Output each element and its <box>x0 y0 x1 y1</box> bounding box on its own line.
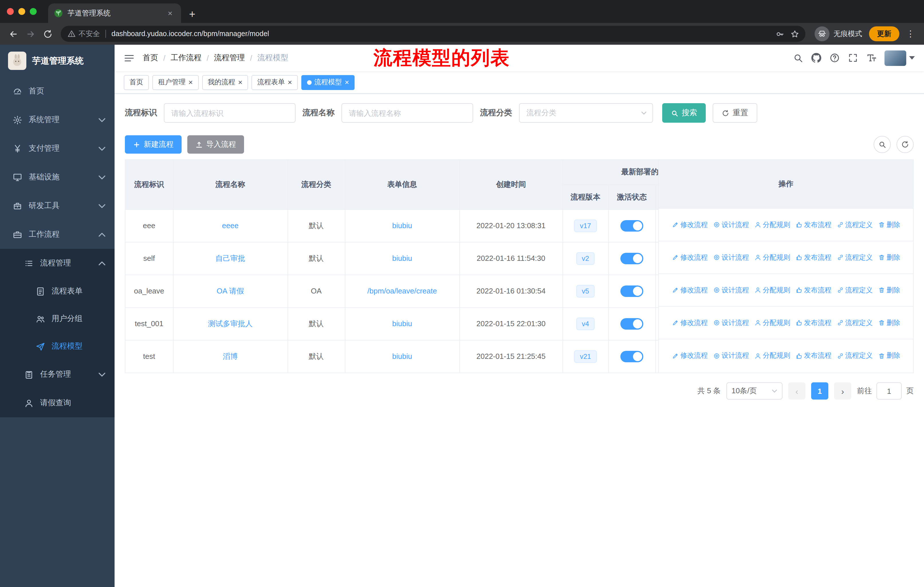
sidebar-item-1[interactable]: 首页 <box>0 77 115 106</box>
active-toggle[interactable] <box>620 318 643 329</box>
new-tab-button[interactable]: + <box>189 8 195 20</box>
design-process-link[interactable]: 设计流程 <box>713 220 749 230</box>
cell-process-name-link[interactable]: 滔博 <box>173 340 287 373</box>
cell-form-info-link[interactable]: biubiu <box>345 307 459 340</box>
publish-process-link[interactable]: 发布流程 <box>795 253 832 262</box>
active-toggle[interactable] <box>620 285 643 297</box>
tag-close-icon[interactable]: × <box>238 79 242 86</box>
cell-process-name-link[interactable]: 测试多审批人 <box>173 307 287 340</box>
prev-page-button[interactable]: ‹ <box>788 382 805 400</box>
toggle-search-icon[interactable] <box>874 136 891 153</box>
publish-process-link[interactable]: 发布流程 <box>795 318 832 327</box>
edit-process-link[interactable]: 修改流程 <box>672 318 708 327</box>
search-icon[interactable] <box>793 53 803 63</box>
font-size-icon[interactable] <box>866 53 876 63</box>
assign-process-link[interactable]: 分配规则 <box>754 351 790 360</box>
search-button[interactable]: 搜索 <box>662 103 706 123</box>
sidebar-item-5[interactable]: 研发工具 <box>0 192 115 220</box>
tag-close-icon[interactable]: × <box>188 79 193 86</box>
sidebar-item-7[interactable]: 流程管理 <box>0 249 115 278</box>
edit-process-link[interactable]: 修改流程 <box>672 253 708 262</box>
zoom-window-button[interactable] <box>30 8 37 15</box>
active-toggle[interactable] <box>620 253 643 264</box>
trash-process-link[interactable]: 删除 <box>878 351 900 360</box>
sidebar-item-6[interactable]: 工作流程 <box>0 220 115 249</box>
reload-icon[interactable] <box>39 25 56 42</box>
trash-process-link[interactable]: 删除 <box>878 285 900 295</box>
password-key-icon[interactable] <box>772 26 787 41</box>
definition-process-link[interactable]: 流程定义 <box>837 318 873 327</box>
edit-process-link[interactable]: 修改流程 <box>672 220 708 230</box>
url-bar[interactable]: 不安全 dashboard.yudao.iocoder.cn/bpm/manag… <box>61 26 805 42</box>
definition-process-link[interactable]: 流程定义 <box>837 220 873 230</box>
cell-form-info-link[interactable]: biubiu <box>345 242 459 274</box>
sidebar-item-12[interactable]: 请假查询 <box>0 389 115 417</box>
view-tag-1[interactable]: 首页 <box>124 75 149 90</box>
hamburger-icon[interactable] <box>124 53 135 63</box>
close-window-button[interactable] <box>7 8 14 15</box>
publish-process-link[interactable]: 发布流程 <box>795 220 832 230</box>
category-select[interactable]: 流程分类 <box>519 103 653 123</box>
sidebar-item-9[interactable]: 用户分组 <box>0 305 115 332</box>
view-tag-4[interactable]: 流程表单 × <box>251 75 298 90</box>
design-process-link[interactable]: 设计流程 <box>713 285 749 295</box>
url-text[interactable]: dashboard.yudao.iocoder.cn/bpm/manager/m… <box>111 30 269 38</box>
assign-process-link[interactable]: 分配规则 <box>754 285 790 295</box>
cell-form-info-link[interactable]: biubiu <box>345 340 459 373</box>
tag-close-icon[interactable]: × <box>287 79 292 86</box>
user-avatar[interactable] <box>884 50 915 66</box>
design-process-link[interactable]: 设计流程 <box>713 318 749 327</box>
help-icon[interactable] <box>830 53 840 63</box>
sidebar-item-8[interactable]: 流程表单 <box>0 278 115 305</box>
sidebar-item-4[interactable]: 基础设施 <box>0 163 115 192</box>
design-process-link[interactable]: 设计流程 <box>713 253 749 262</box>
active-toggle[interactable] <box>620 220 643 231</box>
assign-process-link[interactable]: 分配规则 <box>754 253 790 262</box>
cell-form-info-link[interactable]: /bpm/oa/leave/create <box>345 274 459 307</box>
view-tag-2[interactable]: 租户管理 × <box>152 75 198 90</box>
breadcrumb-item-3[interactable]: 流程管理 <box>214 53 245 63</box>
browser-menu-icon[interactable]: ⋮ <box>906 29 915 39</box>
sidebar-item-3[interactable]: 支付管理 <box>0 134 115 163</box>
sidebar-item-2[interactable]: 系统管理 <box>0 106 115 134</box>
design-process-link[interactable]: 设计流程 <box>713 351 749 360</box>
cell-form-info-link[interactable]: biubiu <box>345 209 459 242</box>
sidebar-logo[interactable]: 芋道管理系统 <box>0 45 115 77</box>
breadcrumb-item-1[interactable]: 首页 <box>143 53 158 63</box>
definition-process-link[interactable]: 流程定义 <box>837 253 873 262</box>
page-size-select[interactable]: 10条/页 <box>726 382 782 400</box>
next-page-button[interactable]: › <box>834 382 851 400</box>
page-number-1[interactable]: 1 <box>811 382 828 400</box>
bookmark-star-icon[interactable] <box>787 26 802 41</box>
process-name-input[interactable] <box>342 103 473 123</box>
minimize-window-button[interactable] <box>18 8 25 15</box>
cell-process-name-link[interactable]: eeee <box>173 209 287 242</box>
assign-process-link[interactable]: 分配规则 <box>754 220 790 230</box>
github-icon[interactable] <box>811 53 822 63</box>
definition-process-link[interactable]: 流程定义 <box>837 285 873 295</box>
tag-close-icon[interactable]: × <box>345 79 349 86</box>
sidebar-item-11[interactable]: 任务管理 <box>0 360 115 389</box>
forward-icon[interactable] <box>22 25 39 42</box>
breadcrumb-item-2[interactable]: 工作流程 <box>171 53 201 63</box>
assign-process-link[interactable]: 分配规则 <box>754 318 790 327</box>
edit-process-link[interactable]: 修改流程 <box>672 285 708 295</box>
cell-process-name-link[interactable]: OA 请假 <box>173 274 287 307</box>
publish-process-link[interactable]: 发布流程 <box>795 351 832 360</box>
create-process-button[interactable]: 新建流程 <box>125 135 182 154</box>
import-process-button[interactable]: 导入流程 <box>187 135 244 154</box>
publish-process-link[interactable]: 发布流程 <box>795 285 832 295</box>
trash-process-link[interactable]: 删除 <box>878 220 900 230</box>
update-button[interactable]: 更新 <box>869 26 899 41</box>
sidebar-item-10[interactable]: 流程模型 <box>0 332 115 360</box>
fullscreen-icon[interactable] <box>848 53 858 63</box>
cell-process-name-link[interactable]: 自己审批 <box>173 242 287 274</box>
security-label[interactable]: 不安全 <box>79 29 100 39</box>
refresh-table-icon[interactable] <box>896 136 914 153</box>
view-tag-5[interactable]: 流程模型 × <box>301 75 355 90</box>
process-id-input[interactable] <box>164 103 295 123</box>
definition-process-link[interactable]: 流程定义 <box>837 351 873 360</box>
goto-page-input[interactable] <box>876 382 902 400</box>
trash-process-link[interactable]: 删除 <box>878 318 900 327</box>
browser-tab[interactable]: 芋道管理系统 × <box>48 3 181 23</box>
